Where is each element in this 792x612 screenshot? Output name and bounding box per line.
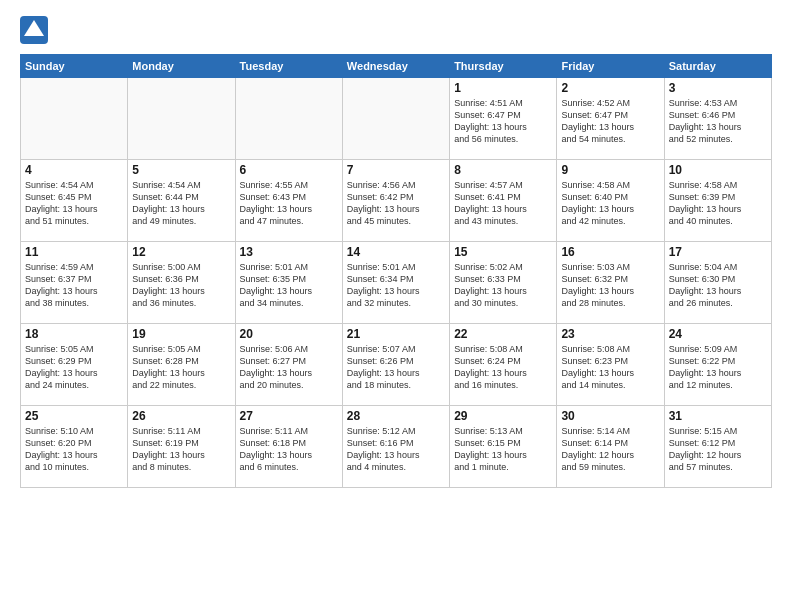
weekday-header-friday: Friday <box>557 55 664 78</box>
day-number: 10 <box>669 163 767 177</box>
weekday-header-row: SundayMondayTuesdayWednesdayThursdayFrid… <box>21 55 772 78</box>
day-number: 15 <box>454 245 552 259</box>
day-number: 23 <box>561 327 659 341</box>
day-info: Sunrise: 4:59 AM Sunset: 6:37 PM Dayligh… <box>25 261 123 310</box>
day-info: Sunrise: 5:13 AM Sunset: 6:15 PM Dayligh… <box>454 425 552 474</box>
day-info: Sunrise: 4:51 AM Sunset: 6:47 PM Dayligh… <box>454 97 552 146</box>
day-number: 27 <box>240 409 338 423</box>
day-info: Sunrise: 5:14 AM Sunset: 6:14 PM Dayligh… <box>561 425 659 474</box>
week-row-1: 4Sunrise: 4:54 AM Sunset: 6:45 PM Daylig… <box>21 160 772 242</box>
day-info: Sunrise: 4:53 AM Sunset: 6:46 PM Dayligh… <box>669 97 767 146</box>
day-number: 25 <box>25 409 123 423</box>
calendar-cell: 1Sunrise: 4:51 AM Sunset: 6:47 PM Daylig… <box>450 78 557 160</box>
day-info: Sunrise: 4:55 AM Sunset: 6:43 PM Dayligh… <box>240 179 338 228</box>
day-number: 2 <box>561 81 659 95</box>
day-info: Sunrise: 4:56 AM Sunset: 6:42 PM Dayligh… <box>347 179 445 228</box>
weekday-header-tuesday: Tuesday <box>235 55 342 78</box>
day-number: 16 <box>561 245 659 259</box>
calendar-cell: 7Sunrise: 4:56 AM Sunset: 6:42 PM Daylig… <box>342 160 449 242</box>
weekday-header-monday: Monday <box>128 55 235 78</box>
week-row-2: 11Sunrise: 4:59 AM Sunset: 6:37 PM Dayli… <box>21 242 772 324</box>
day-number: 1 <box>454 81 552 95</box>
calendar-cell: 15Sunrise: 5:02 AM Sunset: 6:33 PM Dayli… <box>450 242 557 324</box>
day-info: Sunrise: 5:06 AM Sunset: 6:27 PM Dayligh… <box>240 343 338 392</box>
weekday-header-thursday: Thursday <box>450 55 557 78</box>
day-info: Sunrise: 5:12 AM Sunset: 6:16 PM Dayligh… <box>347 425 445 474</box>
day-number: 31 <box>669 409 767 423</box>
day-number: 22 <box>454 327 552 341</box>
calendar-cell <box>128 78 235 160</box>
calendar-cell: 18Sunrise: 5:05 AM Sunset: 6:29 PM Dayli… <box>21 324 128 406</box>
day-info: Sunrise: 5:11 AM Sunset: 6:18 PM Dayligh… <box>240 425 338 474</box>
day-number: 5 <box>132 163 230 177</box>
day-number: 21 <box>347 327 445 341</box>
calendar-cell: 28Sunrise: 5:12 AM Sunset: 6:16 PM Dayli… <box>342 406 449 488</box>
day-number: 19 <box>132 327 230 341</box>
day-number: 12 <box>132 245 230 259</box>
day-info: Sunrise: 5:09 AM Sunset: 6:22 PM Dayligh… <box>669 343 767 392</box>
day-number: 4 <box>25 163 123 177</box>
weekday-header-wednesday: Wednesday <box>342 55 449 78</box>
day-number: 7 <box>347 163 445 177</box>
calendar-cell: 29Sunrise: 5:13 AM Sunset: 6:15 PM Dayli… <box>450 406 557 488</box>
header <box>20 16 772 44</box>
day-number: 26 <box>132 409 230 423</box>
calendar-cell: 25Sunrise: 5:10 AM Sunset: 6:20 PM Dayli… <box>21 406 128 488</box>
logo <box>20 16 52 44</box>
calendar-cell: 4Sunrise: 4:54 AM Sunset: 6:45 PM Daylig… <box>21 160 128 242</box>
calendar-cell: 14Sunrise: 5:01 AM Sunset: 6:34 PM Dayli… <box>342 242 449 324</box>
calendar-cell: 17Sunrise: 5:04 AM Sunset: 6:30 PM Dayli… <box>664 242 771 324</box>
calendar-cell: 16Sunrise: 5:03 AM Sunset: 6:32 PM Dayli… <box>557 242 664 324</box>
weekday-header-sunday: Sunday <box>21 55 128 78</box>
calendar-cell <box>235 78 342 160</box>
day-number: 9 <box>561 163 659 177</box>
day-info: Sunrise: 5:01 AM Sunset: 6:34 PM Dayligh… <box>347 261 445 310</box>
day-info: Sunrise: 4:52 AM Sunset: 6:47 PM Dayligh… <box>561 97 659 146</box>
calendar-cell: 21Sunrise: 5:07 AM Sunset: 6:26 PM Dayli… <box>342 324 449 406</box>
day-number: 20 <box>240 327 338 341</box>
day-number: 8 <box>454 163 552 177</box>
day-info: Sunrise: 4:58 AM Sunset: 6:40 PM Dayligh… <box>561 179 659 228</box>
day-info: Sunrise: 5:11 AM Sunset: 6:19 PM Dayligh… <box>132 425 230 474</box>
calendar-cell: 26Sunrise: 5:11 AM Sunset: 6:19 PM Dayli… <box>128 406 235 488</box>
calendar-table: SundayMondayTuesdayWednesdayThursdayFrid… <box>20 54 772 488</box>
day-info: Sunrise: 5:08 AM Sunset: 6:24 PM Dayligh… <box>454 343 552 392</box>
day-info: Sunrise: 5:03 AM Sunset: 6:32 PM Dayligh… <box>561 261 659 310</box>
day-info: Sunrise: 4:54 AM Sunset: 6:45 PM Dayligh… <box>25 179 123 228</box>
day-info: Sunrise: 5:10 AM Sunset: 6:20 PM Dayligh… <box>25 425 123 474</box>
day-number: 14 <box>347 245 445 259</box>
day-number: 3 <box>669 81 767 95</box>
day-info: Sunrise: 5:01 AM Sunset: 6:35 PM Dayligh… <box>240 261 338 310</box>
calendar-cell: 31Sunrise: 5:15 AM Sunset: 6:12 PM Dayli… <box>664 406 771 488</box>
day-number: 29 <box>454 409 552 423</box>
calendar-cell: 6Sunrise: 4:55 AM Sunset: 6:43 PM Daylig… <box>235 160 342 242</box>
calendar-cell: 9Sunrise: 4:58 AM Sunset: 6:40 PM Daylig… <box>557 160 664 242</box>
calendar-cell: 8Sunrise: 4:57 AM Sunset: 6:41 PM Daylig… <box>450 160 557 242</box>
calendar-cell: 20Sunrise: 5:06 AM Sunset: 6:27 PM Dayli… <box>235 324 342 406</box>
day-info: Sunrise: 5:00 AM Sunset: 6:36 PM Dayligh… <box>132 261 230 310</box>
day-info: Sunrise: 5:08 AM Sunset: 6:23 PM Dayligh… <box>561 343 659 392</box>
week-row-0: 1Sunrise: 4:51 AM Sunset: 6:47 PM Daylig… <box>21 78 772 160</box>
day-number: 11 <box>25 245 123 259</box>
day-number: 30 <box>561 409 659 423</box>
calendar-cell: 30Sunrise: 5:14 AM Sunset: 6:14 PM Dayli… <box>557 406 664 488</box>
calendar-cell: 22Sunrise: 5:08 AM Sunset: 6:24 PM Dayli… <box>450 324 557 406</box>
calendar-cell: 24Sunrise: 5:09 AM Sunset: 6:22 PM Dayli… <box>664 324 771 406</box>
calendar-cell: 3Sunrise: 4:53 AM Sunset: 6:46 PM Daylig… <box>664 78 771 160</box>
day-info: Sunrise: 5:07 AM Sunset: 6:26 PM Dayligh… <box>347 343 445 392</box>
calendar-cell: 5Sunrise: 4:54 AM Sunset: 6:44 PM Daylig… <box>128 160 235 242</box>
day-info: Sunrise: 5:05 AM Sunset: 6:29 PM Dayligh… <box>25 343 123 392</box>
day-number: 17 <box>669 245 767 259</box>
day-info: Sunrise: 5:15 AM Sunset: 6:12 PM Dayligh… <box>669 425 767 474</box>
page: SundayMondayTuesdayWednesdayThursdayFrid… <box>0 0 792 498</box>
week-row-4: 25Sunrise: 5:10 AM Sunset: 6:20 PM Dayli… <box>21 406 772 488</box>
day-info: Sunrise: 4:58 AM Sunset: 6:39 PM Dayligh… <box>669 179 767 228</box>
day-info: Sunrise: 5:05 AM Sunset: 6:28 PM Dayligh… <box>132 343 230 392</box>
calendar-cell <box>21 78 128 160</box>
day-number: 6 <box>240 163 338 177</box>
day-info: Sunrise: 5:02 AM Sunset: 6:33 PM Dayligh… <box>454 261 552 310</box>
day-info: Sunrise: 4:54 AM Sunset: 6:44 PM Dayligh… <box>132 179 230 228</box>
weekday-header-saturday: Saturday <box>664 55 771 78</box>
day-info: Sunrise: 4:57 AM Sunset: 6:41 PM Dayligh… <box>454 179 552 228</box>
calendar-cell: 12Sunrise: 5:00 AM Sunset: 6:36 PM Dayli… <box>128 242 235 324</box>
